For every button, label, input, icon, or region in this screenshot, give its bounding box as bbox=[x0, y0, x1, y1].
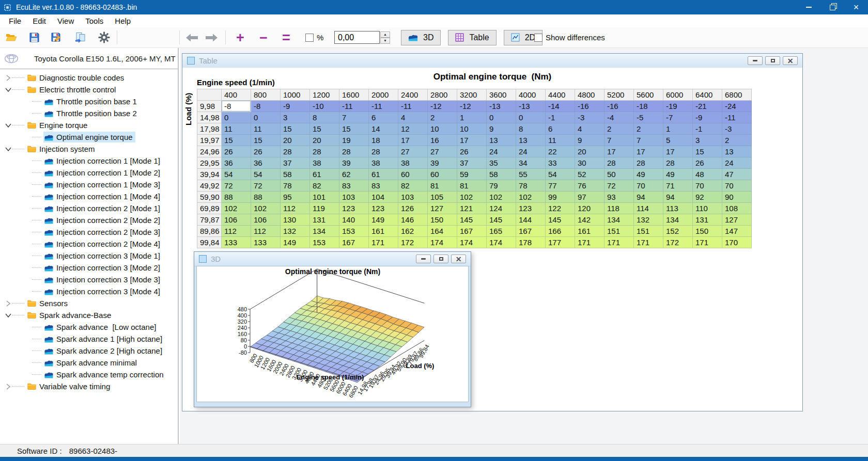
settings-button[interactable] bbox=[98, 31, 110, 43]
table-cell-selected[interactable]: -8 bbox=[222, 101, 251, 112]
table-cell[interactable]: 54 bbox=[222, 169, 251, 180]
tree-item-spark-advance-1-high-octane[interactable]: Spark advance 1 [High octane] bbox=[0, 333, 178, 345]
table-cell[interactable]: 114 bbox=[634, 203, 663, 214]
table-cell[interactable]: 24 bbox=[722, 157, 752, 169]
table-cell[interactable]: 119 bbox=[310, 203, 339, 214]
table-cell[interactable]: 171 bbox=[693, 237, 722, 248]
table-cell[interactable]: 1 bbox=[663, 123, 693, 135]
compare-button[interactable] bbox=[75, 32, 87, 43]
table-cell[interactable]: 174 bbox=[457, 237, 487, 248]
table-cell[interactable]: 26 bbox=[457, 146, 487, 157]
table-cell[interactable]: 7 bbox=[339, 112, 369, 123]
table-cell[interactable]: 121 bbox=[457, 203, 487, 214]
col-header-4800[interactable]: 4800 bbox=[575, 89, 605, 101]
col-header-3200[interactable]: 3200 bbox=[457, 89, 487, 101]
nav-back-button[interactable] bbox=[184, 32, 199, 43]
col-header-4400[interactable]: 4400 bbox=[546, 89, 575, 101]
table-cell[interactable]: -7 bbox=[663, 112, 693, 123]
col-header-1600[interactable]: 1600 bbox=[339, 89, 369, 101]
table-cell[interactable]: 27 bbox=[428, 146, 457, 157]
table-cell[interactable]: 146 bbox=[398, 214, 428, 226]
col-header-1000[interactable]: 1000 bbox=[281, 89, 310, 101]
table-cell[interactable]: -13 bbox=[516, 101, 546, 112]
table-cell[interactable]: 3 bbox=[693, 135, 722, 146]
table-cell[interactable]: 54 bbox=[251, 169, 281, 180]
row-header-29-95[interactable]: 29,95 bbox=[197, 157, 222, 169]
table-cell[interactable]: 30 bbox=[575, 157, 605, 169]
table-cell[interactable]: 28 bbox=[634, 157, 663, 169]
menu-help[interactable]: Help bbox=[109, 15, 136, 26]
tree-item-injection-correction-2-mode-4[interactable]: Injection correction 2 [Mode 4] bbox=[0, 238, 178, 250]
table-cell[interactable]: 5 bbox=[663, 135, 693, 146]
table-cell[interactable]: -11 bbox=[339, 101, 369, 112]
table-cell[interactable]: 27 bbox=[398, 146, 428, 157]
increase-button[interactable]: + bbox=[233, 30, 248, 45]
table-cell[interactable]: 82 bbox=[310, 180, 339, 192]
table-cell[interactable]: -4 bbox=[605, 112, 634, 123]
table-cell[interactable]: 72 bbox=[222, 180, 251, 192]
table-cell[interactable]: 78 bbox=[516, 180, 546, 192]
table-cell[interactable]: 97 bbox=[575, 192, 605, 203]
table-window-titlebar[interactable]: Table ✕ bbox=[182, 54, 802, 68]
table-cell[interactable]: 4 bbox=[575, 123, 605, 135]
table-cell[interactable]: 153 bbox=[310, 237, 339, 248]
table-cell[interactable]: 102 bbox=[222, 203, 251, 214]
tree-item-spark-advance-minimal[interactable]: Spark advance minimal bbox=[0, 357, 178, 369]
table-cell[interactable]: 15 bbox=[222, 135, 251, 146]
table-cell[interactable]: 58 bbox=[281, 169, 310, 180]
table-cell[interactable]: -21 bbox=[693, 101, 722, 112]
table-cell[interactable]: 110 bbox=[693, 203, 722, 214]
open-file-button[interactable] bbox=[5, 33, 18, 42]
table-cell[interactable]: 133 bbox=[251, 237, 281, 248]
table-cell[interactable]: 61 bbox=[369, 169, 398, 180]
table-cell[interactable]: 38 bbox=[310, 157, 339, 169]
tree-item-optimal-engine-torque[interactable]: Optimal engine torque bbox=[0, 131, 178, 143]
table-cell[interactable]: 127 bbox=[722, 214, 752, 226]
table-cell[interactable]: 112 bbox=[281, 203, 310, 214]
table-cell[interactable]: 22 bbox=[546, 146, 575, 157]
nav-forward-button[interactable] bbox=[204, 32, 220, 43]
spin-down-button[interactable]: ▼ bbox=[380, 38, 390, 44]
view-3d-button[interactable]: 3D bbox=[401, 30, 441, 45]
table-cell[interactable]: 11 bbox=[546, 135, 575, 146]
table-cell[interactable]: 94 bbox=[634, 192, 663, 203]
col-header-5200[interactable]: 5200 bbox=[605, 89, 634, 101]
table-cell[interactable]: 106 bbox=[222, 214, 251, 226]
table-cell[interactable]: 92 bbox=[693, 192, 722, 203]
table-cell[interactable]: 81 bbox=[428, 180, 457, 192]
chevron-right-icon[interactable] bbox=[5, 75, 12, 81]
col-header-800[interactable]: 800 bbox=[251, 89, 281, 101]
tree-item-injection-correction-3-mode-3[interactable]: Injection correction 3 [Mode 3] bbox=[0, 274, 178, 285]
table-cell[interactable]: -16 bbox=[605, 101, 634, 112]
chevron-down-icon[interactable] bbox=[5, 147, 12, 151]
table-cell[interactable]: 93 bbox=[605, 192, 634, 203]
table-cell[interactable]: 2 bbox=[428, 112, 457, 123]
col-header-3600[interactable]: 3600 bbox=[487, 89, 516, 101]
table-cell[interactable]: 82 bbox=[398, 180, 428, 192]
row-header-69-89[interactable]: 69,89 bbox=[197, 203, 222, 214]
table-cell[interactable]: 150 bbox=[693, 226, 722, 237]
table-cell[interactable]: 14 bbox=[369, 123, 398, 135]
table-cell[interactable]: 24 bbox=[487, 146, 516, 157]
table-cell[interactable]: 118 bbox=[605, 203, 634, 214]
table-cell[interactable]: 11 bbox=[251, 123, 281, 135]
table-cell[interactable]: 3 bbox=[281, 112, 310, 123]
tree-item-injection-correction-1-mode-2[interactable]: Injection correction 1 [Mode 2] bbox=[0, 167, 178, 179]
table-cell[interactable]: 134 bbox=[605, 214, 634, 226]
set-equal-button[interactable]: = bbox=[278, 30, 294, 45]
row-header-99-84[interactable]: 99,84 bbox=[197, 237, 222, 248]
table-cell[interactable]: -24 bbox=[722, 101, 752, 112]
table-cell[interactable]: 13 bbox=[487, 135, 516, 146]
tree-item-injection-correction-3-mode-1[interactable]: Injection correction 3 [Mode 1] bbox=[0, 250, 178, 262]
table-cell[interactable]: 28 bbox=[281, 146, 310, 157]
table-cell[interactable]: 140 bbox=[339, 214, 369, 226]
percent-checkbox[interactable] bbox=[305, 34, 314, 42]
table-cell[interactable]: 33 bbox=[546, 157, 575, 169]
table-cell[interactable]: 70 bbox=[693, 180, 722, 192]
table-cell[interactable]: -8 bbox=[251, 101, 281, 112]
table-cell[interactable]: 151 bbox=[634, 226, 663, 237]
table-cell[interactable]: -14 bbox=[546, 101, 575, 112]
table-cell[interactable]: 15 bbox=[251, 135, 281, 146]
col-header-5600[interactable]: 5600 bbox=[634, 89, 663, 101]
table-cell[interactable]: 59 bbox=[457, 169, 487, 180]
